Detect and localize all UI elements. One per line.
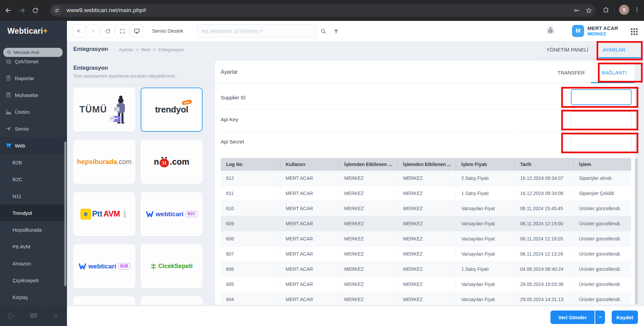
tab-transfer[interactable]: TRANSFER: [558, 70, 585, 75]
webticari-logo: Webticari+: [7, 27, 48, 36]
table-row[interactable]: 608MERT ACARMERKEZMERKEZVarsayılan Fiyat…: [221, 231, 631, 247]
sidebar-item-servis[interactable]: Servis: [0, 120, 67, 137]
monitor-button[interactable]: [130, 24, 143, 38]
sidebar-item-b2b[interactable]: B2B: [0, 154, 67, 171]
column-header[interactable]: İşlem Fiyatı: [456, 158, 515, 171]
url-text[interactable]: www9.webticari.net/main.php#: [67, 7, 146, 14]
tile-webticari-b2b[interactable]: webticari B2B: [73, 244, 135, 288]
tile-webticari-b2c[interactable]: webticari B2C: [141, 192, 203, 236]
sidebar-item-n11[interactable]: N11: [0, 188, 67, 204]
tile-ciceksepeti[interactable]: CicekSepeti: [141, 244, 203, 288]
supplier-id-input[interactable]: [571, 89, 632, 105]
sidebar-item-raporlar[interactable]: Raporlar: [0, 70, 67, 87]
tile-tumu[interactable]: TÜMÜ: [73, 88, 135, 132]
apps-grid-icon[interactable]: [630, 27, 639, 36]
tile-pttavm[interactable]: e PttAVMcom: [73, 192, 135, 236]
table-row[interactable]: 607MERT ACARMERKEZMERKEZVarsayılan Fiyat…: [221, 247, 631, 262]
sidebar-item-amazon[interactable]: Amazon: [0, 255, 67, 272]
browser-back-icon[interactable]: [3, 5, 13, 15]
app-forward-button[interactable]: >: [86, 24, 100, 38]
kaydet-button[interactable]: Kaydet: [612, 311, 638, 324]
cell-date: 04.06.2024 08:40:24: [515, 262, 574, 277]
veri-gonder-button[interactable]: Veri Gönder: [550, 311, 595, 324]
ciceksepeti-logo: CicekSepeti: [150, 263, 192, 270]
send-options-caret-button[interactable]: [595, 311, 605, 324]
api-key-input[interactable]: [571, 111, 632, 127]
column-header[interactable]: İşlemden Etkilenen ...: [398, 158, 456, 171]
sidebar-item-uretim[interactable]: Üretim: [0, 103, 67, 120]
tab-yonetim-paneli[interactable]: YÖNETİM PANELİ: [546, 47, 588, 53]
breadcrumb-item[interactable]: Entegrasyon: [158, 47, 184, 52]
sidebar-item-koctas[interactable]: Koçtaş: [0, 289, 67, 305]
browser-refresh-icon[interactable]: [30, 5, 40, 15]
app-back-button[interactable]: <: [72, 24, 85, 38]
column-header[interactable]: İşlem: [574, 158, 631, 171]
global-search-input[interactable]: [197, 25, 325, 37]
site-settings-icon[interactable]: [52, 5, 62, 15]
pttavm-logo: e PttAVMcom: [80, 209, 129, 220]
chrome-menu-icon[interactable]: [634, 7, 640, 13]
password-key-icon[interactable]: [573, 7, 580, 14]
settings-panel: Ayarlar TRANSFER BAĞLANTI Supplier ID Ap…: [215, 61, 635, 305]
collapse-sidebar-icon[interactable]: «: [45, 306, 67, 326]
table-row[interactable]: 606MERT ACARMERKEZMERKEZ1.Satış Fiyatı04…: [221, 262, 631, 277]
table-row[interactable]: 612MERT ACARMERKEZMERKEZ2.Satış Fiyatı16…: [221, 171, 631, 186]
breadcrumb-item[interactable]: Ayarlar: [119, 47, 133, 52]
cell-affected1: MERKEZ: [339, 247, 398, 262]
search-icon[interactable]: [319, 27, 328, 36]
sidebar-item-trendyol[interactable]: Trendyol: [0, 204, 67, 221]
tab-ayarlar[interactable]: AYARLAR: [603, 47, 625, 53]
sidebar-item-cek-senet[interactable]: Çek/Senet: [0, 53, 67, 70]
column-header[interactable]: Kullanıcı: [280, 158, 339, 171]
table-row[interactable]: 604MERT ACARMERKEZMERKEZVarsayılan Fiyat…: [221, 292, 631, 305]
user-name: MERT ACAR: [587, 25, 618, 31]
tile-hepsiburada[interactable]: hepsiburada.com: [73, 140, 135, 184]
browser-profile-avatar[interactable]: S: [619, 5, 629, 15]
table-row[interactable]: 610MERT ACARMERKEZMERKEZVarsayılan Fiyat…: [221, 201, 631, 216]
tile-n11[interactable]: n 11 .com: [141, 140, 203, 184]
cell-price-type: Varsayılan Fiyat: [456, 201, 515, 216]
sidebar-item-hepsiburada[interactable]: HepsiBurada: [0, 221, 67, 238]
tile-trendyol[interactable]: trendyolcom: [141, 88, 203, 132]
tile-partial[interactable]: [73, 296, 135, 305]
messages-icon[interactable]: [23, 306, 45, 326]
column-header[interactable]: Tarih: [515, 158, 574, 171]
column-header[interactable]: Log No: [221, 158, 280, 171]
browser-address-bar[interactable]: www9.webticari.net/main.php#: [50, 4, 596, 17]
tile-partial[interactable]: [141, 296, 203, 305]
global-search-field[interactable]: [196, 24, 316, 38]
sidebar-item-muhasebe[interactable]: Muhasebe: [0, 87, 67, 103]
integration-section-title: Entegrasyon: [73, 65, 108, 71]
app-refresh-button[interactable]: [101, 24, 114, 38]
cell-affected2: MERKEZ: [398, 201, 456, 216]
extensions-puzzle-icon[interactable]: [602, 6, 609, 13]
browser-forward-icon[interactable]: [17, 5, 27, 15]
panel-scrollbar[interactable]: [635, 158, 638, 304]
api-secret-input[interactable]: [571, 134, 632, 150]
sidebar-item-label: Muhasebe: [15, 92, 38, 98]
bookmark-star-icon[interactable]: [585, 7, 592, 14]
cell-action: Ürünler güncellendi.: [574, 277, 631, 292]
table-row[interactable]: 609MERT ACARMERKEZMERKEZVarsayılan Fiyat…: [221, 216, 631, 231]
sidebar-item-pttavm[interactable]: Ptt AVM: [0, 238, 67, 255]
breadcrumb-item[interactable]: Web: [141, 47, 150, 52]
fullscreen-button[interactable]: [115, 24, 129, 38]
user-avatar[interactable]: M: [572, 25, 584, 37]
sidebar-item-b2c[interactable]: B2C: [0, 171, 67, 188]
service-icon: [4, 126, 13, 132]
reports-icon: [4, 75, 13, 81]
cell-action: Siparişler alındı.: [574, 171, 631, 186]
cell-price-type: Varsayılan Fiyat: [456, 277, 515, 292]
table-row[interactable]: 605MERT ACARMERKEZMERKEZVarsayılan Fiyat…: [221, 277, 631, 292]
table-row[interactable]: 611MERT ACARMERKEZMERKEZ1.Satış Fiyatı16…: [221, 186, 631, 201]
filter-funnel-icon[interactable]: [332, 27, 341, 36]
tab-baglanti[interactable]: BAĞLANTI: [602, 70, 627, 75]
sidebar-item-web[interactable]: Web: [0, 137, 67, 154]
cell-action: Ürünler güncellendi.: [574, 247, 631, 262]
logout-icon[interactable]: [0, 306, 23, 326]
column-header[interactable]: İşlemden Etkilenen ...: [339, 158, 398, 171]
debug-bug-icon[interactable]: [546, 26, 555, 35]
sidebar-item-ciceksepeti[interactable]: Çiçeksepeti: [0, 272, 67, 289]
sidebar-scrollbar[interactable]: [64, 141, 66, 286]
cell-affected1: MERKEZ: [339, 292, 398, 305]
